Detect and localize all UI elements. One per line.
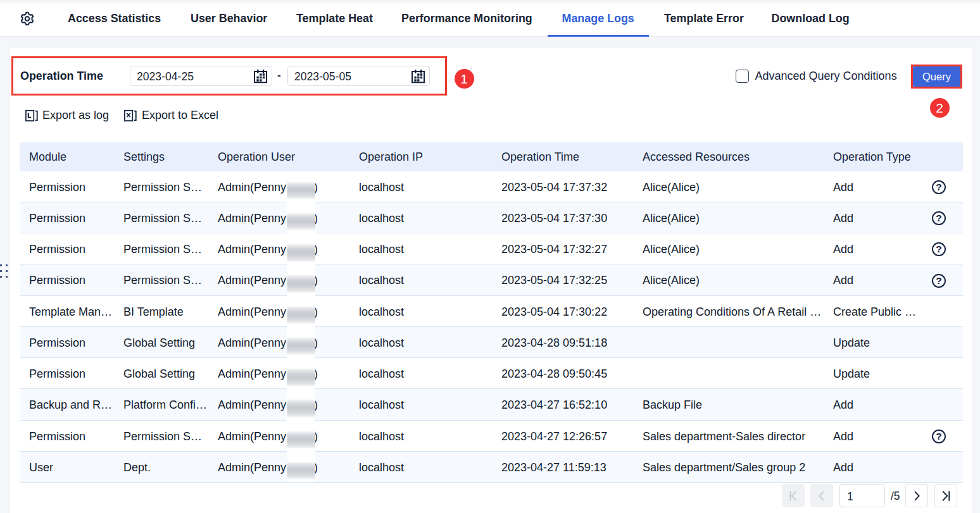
svg-text:?: ? (936, 182, 941, 192)
svg-text:?: ? (936, 275, 941, 286)
svg-text:?: ? (936, 213, 941, 223)
svg-text:?: ? (936, 244, 941, 255)
svg-text:?: ? (936, 431, 941, 442)
